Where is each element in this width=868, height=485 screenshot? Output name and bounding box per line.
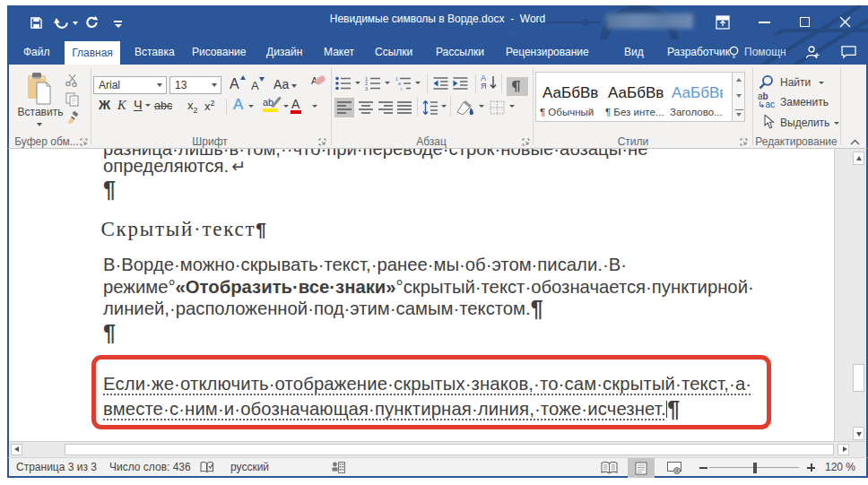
svg-text:3: 3	[365, 86, 368, 91]
svg-text:i: i	[401, 86, 402, 91]
